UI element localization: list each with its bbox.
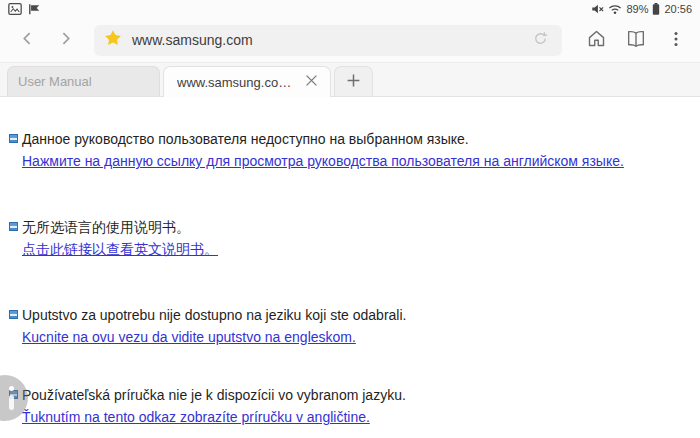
open-book-icon [625,28,647,53]
message-text: Uputstvo za upotrebu nije dostupno na je… [22,304,680,326]
menu-button[interactable] [656,20,696,60]
more-vertical-icon [667,30,685,51]
list-bullet-icon [9,310,18,319]
back-button[interactable] [8,21,46,59]
tab-close-button[interactable] [300,71,322,93]
forward-button[interactable] [46,21,84,59]
url-text[interactable]: www.samsung.com [132,32,528,48]
page-content: Данное руководство пользователя недоступ… [0,98,700,438]
assistant-icon [9,386,14,391]
url-bar[interactable]: www.samsung.com [94,25,562,56]
home-icon [586,28,607,52]
tab-samsung-manual[interactable]: www.samsung.com/m… [163,66,331,97]
tab-label: User Manual [18,74,92,89]
image-notification-icon [8,3,22,15]
manual-message-zh: 无所选语言的使用说明书。 点击此链接以查看英文说明书。 [22,216,680,260]
manual-message-sk: Používateľská príručka nie je k dispozíc… [22,384,680,428]
assistant-icon-stem [9,395,14,410]
message-text: Данное руководство пользователя недоступ… [22,128,680,150]
mute-icon [591,3,604,15]
list-bullet-icon [9,134,18,143]
english-manual-link[interactable]: Kucnite na ovu vezu da vidite uputstvo n… [22,326,356,348]
clock-text: 20:56 [664,0,692,18]
battery-percent-text: 89% [626,0,648,18]
tab-strip: User Manual www.samsung.com/m… [0,63,700,97]
bookmark-star-icon[interactable] [104,29,122,51]
browser-window: 89% 20:56 www.samsung.com [0,0,700,438]
tab-label: www.samsung.com/m… [177,75,300,90]
reload-button[interactable] [528,28,552,52]
wifi-icon [608,3,622,15]
plus-icon [346,73,361,91]
list-bullet-icon [9,222,18,231]
reload-icon [532,30,549,50]
battery-icon [652,2,660,16]
tab-user-manual[interactable]: User Manual [7,66,160,96]
english-manual-link[interactable]: 点击此链接以查看英文说明书。 [22,238,218,260]
status-bar-notifications [8,3,41,15]
new-tab-button[interactable] [334,66,373,96]
english-manual-link[interactable]: Нажмите на данную ссылку для просмотра р… [22,150,624,172]
message-text: 无所选语言的使用说明书。 [22,216,680,238]
manual-message-hr: Uputstvo za upotrebu nije dostupno na je… [22,304,680,348]
chevron-right-icon [57,30,74,50]
manual-message-ru: Данное руководство пользователя недоступ… [22,128,680,172]
status-bar-indicators: 89% 20:56 [591,0,692,18]
close-icon [305,74,318,90]
status-bar: 89% 20:56 [0,0,700,18]
message-text: Používateľská príručka nie je k dispozíc… [22,384,680,406]
home-button[interactable] [576,20,616,60]
bookmarks-button[interactable] [616,20,656,60]
browser-toolbar: www.samsung.com [0,18,700,63]
smart-capture-icon [28,3,41,15]
english-manual-link[interactable]: Ťuknutím na tento odkaz zobrazíte príruč… [22,406,370,428]
chevron-left-icon [19,30,36,50]
